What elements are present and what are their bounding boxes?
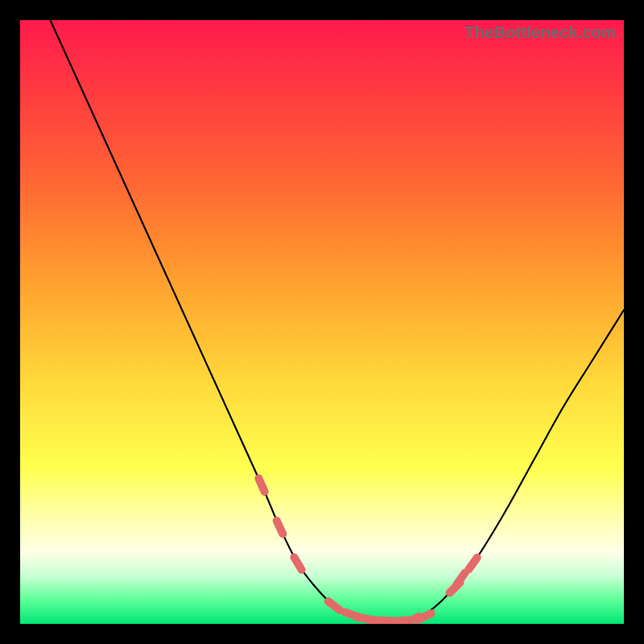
marker-point	[456, 572, 464, 584]
marker-point	[450, 583, 460, 593]
marker-point	[258, 478, 264, 491]
chart-svg	[20, 20, 624, 624]
marker-point	[382, 621, 396, 621]
marker-point	[369, 620, 384, 621]
marker-point	[357, 617, 372, 620]
marker-point	[294, 557, 301, 569]
chart-canvas: TheBottleneck.com	[0, 0, 644, 644]
marker-point	[394, 621, 408, 621]
plot-area: TheBottleneck.com	[20, 20, 624, 624]
marker-point	[277, 521, 283, 534]
marker-group	[258, 478, 477, 622]
marker-point	[406, 617, 419, 623]
marker-point	[418, 613, 431, 620]
watermark-text: TheBottleneck.com	[464, 23, 616, 42]
marker-point	[345, 613, 359, 617]
marker-point	[328, 601, 340, 610]
marker-point	[469, 558, 477, 570]
bottleneck-curve	[51, 20, 625, 621]
